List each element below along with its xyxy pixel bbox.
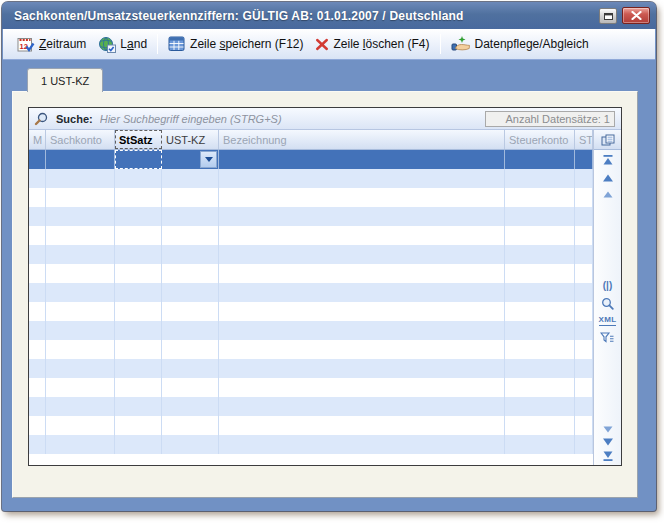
cell-st[interactable] [575,207,593,226]
cell-ust-kz[interactable] [162,340,219,359]
cell-m[interactable] [29,188,46,207]
cell-sachkonto[interactable] [46,150,115,169]
title-bar[interactable]: Sachkonten/Umsatzsteuerkennziffern: GÜLT… [2,2,656,29]
cell-ust-kz[interactable] [162,435,219,454]
cell-stsatz[interactable] [115,359,162,378]
table-row[interactable] [29,359,593,378]
cell-bezeichnung[interactable] [219,435,505,454]
cell-m[interactable] [29,416,46,435]
cell-stsatz[interactable] [115,397,162,416]
cell-st[interactable] [575,378,593,397]
cell-steuerkonto[interactable] [505,435,575,454]
cell-stsatz[interactable] [115,188,162,207]
table-row[interactable] [29,321,593,340]
cell-m[interactable] [29,321,46,340]
cell-steuerkonto[interactable] [505,340,575,359]
restore-button[interactable] [599,8,617,24]
table-row[interactable] [29,283,593,302]
cell-bezeichnung[interactable] [219,340,505,359]
cell-ust-kz[interactable] [162,226,219,245]
zeitraum-button[interactable]: 12 Zeitraum [11,34,92,55]
search-input[interactable]: Hier Suchbegriff eingeben (STRG+S) [100,113,478,125]
cell-bezeichnung[interactable] [219,302,505,321]
cell-sachkonto[interactable] [46,226,115,245]
cell-m[interactable] [29,397,46,416]
cell-bezeichnung[interactable] [219,226,505,245]
cell-steuerkonto[interactable] [505,226,575,245]
cell-bezeichnung[interactable] [219,264,505,283]
cell-m[interactable] [29,150,46,169]
cell-ust-kz[interactable] [162,416,219,435]
cell-ust-kz[interactable] [162,302,219,321]
cell-stsatz[interactable] [115,283,162,302]
cell-st[interactable] [575,359,593,378]
cell-sachkonto[interactable] [46,359,115,378]
column-header-sachkonto[interactable]: Sachkonto [46,130,115,149]
cell-st[interactable] [575,340,593,359]
column-header-stsatz[interactable]: StSatz [115,130,162,149]
xml-export-button[interactable]: XML [599,316,617,326]
cell-steuerkonto[interactable] [505,416,575,435]
cell-stsatz[interactable] [115,150,162,169]
cell-steuerkonto[interactable] [505,359,575,378]
cell-steuerkonto[interactable] [505,207,575,226]
row-up-button[interactable] [603,191,613,198]
table-row[interactable] [29,226,593,245]
cell-bezeichnung[interactable] [219,150,505,169]
column-header-st[interactable]: ST [575,130,593,149]
cell-ust-kz[interactable] [162,150,219,169]
cell-stsatz[interactable] [115,169,162,188]
cell-sachkonto[interactable] [46,435,115,454]
column-header-bezeichnung[interactable]: Bezeichnung [219,130,505,149]
table-row-selected[interactable] [29,150,593,169]
table-row[interactable] [29,207,593,226]
cell-stsatz[interactable] [115,435,162,454]
cell-stsatz[interactable] [115,264,162,283]
cell-m[interactable] [29,378,46,397]
cell-sachkonto[interactable] [46,264,115,283]
cell-sachkonto[interactable] [46,378,115,397]
cell-sachkonto[interactable] [46,321,115,340]
cell-sachkonto[interactable] [46,340,115,359]
cell-ust-kz[interactable] [162,245,219,264]
cell-sachkonto[interactable] [46,169,115,188]
cell-st[interactable] [575,435,593,454]
cell-ust-kz[interactable] [162,359,219,378]
cell-st[interactable] [575,283,593,302]
cell-steuerkonto[interactable] [505,302,575,321]
cell-sachkonto[interactable] [46,188,115,207]
cell-ust-kz[interactable] [162,397,219,416]
cell-steuerkonto[interactable] [505,245,575,264]
page-down-button[interactable] [602,438,614,446]
cell-sachkonto[interactable] [46,283,115,302]
cell-m[interactable] [29,169,46,188]
cell-stsatz[interactable] [115,340,162,359]
delete-row-button[interactable]: Zeile löschen (F4) [309,35,435,53]
cell-sachkonto[interactable] [46,302,115,321]
cell-st[interactable] [575,416,593,435]
cell-st[interactable] [575,169,593,188]
filter-button[interactable] [600,332,614,343]
cell-bezeichnung[interactable] [219,397,505,416]
cell-bezeichnung[interactable] [219,359,505,378]
cell-st[interactable] [575,245,593,264]
cell-m[interactable] [29,283,46,302]
cell-bezeichnung[interactable] [219,416,505,435]
cell-bezeichnung[interactable] [219,245,505,264]
cell-steuerkonto[interactable] [505,321,575,340]
table-row[interactable] [29,245,593,264]
cell-ust-kz[interactable] [162,283,219,302]
land-button[interactable]: Land [92,34,153,55]
cell-steuerkonto[interactable] [505,397,575,416]
row-down-button[interactable] [603,426,613,433]
cell-m[interactable] [29,226,46,245]
cell-bezeichnung[interactable] [219,169,505,188]
cell-sachkonto[interactable] [46,207,115,226]
cell-st[interactable] [575,321,593,340]
cell-m[interactable] [29,245,46,264]
page-up-button[interactable] [602,174,614,182]
table-row[interactable] [29,435,593,454]
search-icon[interactable] [34,112,49,126]
ust-kz-dropdown-button[interactable] [200,151,217,168]
table-row[interactable] [29,169,593,188]
